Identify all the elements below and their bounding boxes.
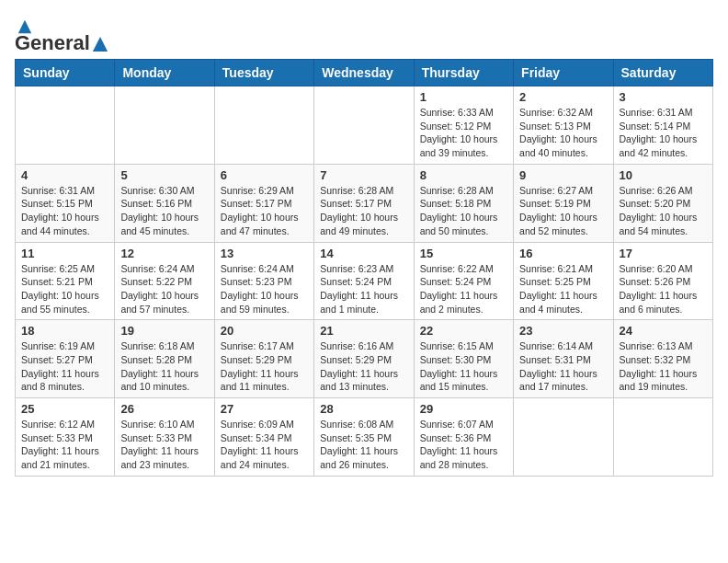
day-number: 21 <box>320 324 407 338</box>
calendar-cell: 17Sunrise: 6:20 AM Sunset: 5:26 PM Dayli… <box>613 242 712 320</box>
calendar-cell: 13Sunrise: 6:24 AM Sunset: 5:23 PM Dayli… <box>214 242 313 320</box>
calendar-cell: 19Sunrise: 6:18 AM Sunset: 5:28 PM Dayli… <box>115 320 214 398</box>
day-number: 11 <box>21 247 108 260</box>
calendar-cell: 9Sunrise: 6:27 AM Sunset: 5:19 PM Daylig… <box>514 164 613 242</box>
day-info: Sunrise: 6:32 AM Sunset: 5:13 PM Dayligh… <box>519 106 607 160</box>
logo-triangle-icon <box>92 36 108 52</box>
day-number: 16 <box>519 247 607 260</box>
calendar-cell: 5Sunrise: 6:30 AM Sunset: 5:16 PM Daylig… <box>115 164 214 242</box>
day-info: Sunrise: 6:25 AM Sunset: 5:21 PM Dayligh… <box>21 262 108 316</box>
day-info: Sunrise: 6:20 AM Sunset: 5:26 PM Dayligh… <box>620 262 707 316</box>
calendar-cell: 22Sunrise: 6:15 AM Sunset: 5:30 PM Dayli… <box>414 320 513 398</box>
calendar-cell: 28Sunrise: 6:08 AM Sunset: 5:35 PM Dayli… <box>314 398 414 477</box>
day-of-week-header: Thursday <box>414 60 513 86</box>
day-number: 5 <box>120 168 208 182</box>
calendar-cell: 18Sunrise: 6:19 AM Sunset: 5:27 PM Dayli… <box>16 320 115 398</box>
day-number: 2 <box>519 90 607 104</box>
day-info: Sunrise: 6:08 AM Sunset: 5:35 PM Dayligh… <box>320 418 407 472</box>
calendar-cell: 12Sunrise: 6:24 AM Sunset: 5:22 PM Dayli… <box>115 242 214 320</box>
calendar-cell: 10Sunrise: 6:26 AM Sunset: 5:20 PM Dayli… <box>613 164 712 242</box>
day-number: 24 <box>620 324 707 338</box>
calendar-cell: 20Sunrise: 6:17 AM Sunset: 5:29 PM Dayli… <box>214 320 313 398</box>
day-info: Sunrise: 6:15 AM Sunset: 5:30 PM Dayligh… <box>420 339 507 394</box>
day-info: Sunrise: 6:19 AM Sunset: 5:27 PM Dayligh… <box>21 339 108 394</box>
calendar-cell: 24Sunrise: 6:13 AM Sunset: 5:32 PM Dayli… <box>613 320 712 398</box>
calendar-cell: 23Sunrise: 6:14 AM Sunset: 5:31 PM Dayli… <box>514 320 613 398</box>
logo-general-line2: General <box>15 31 90 54</box>
day-of-week-header: Saturday <box>613 60 712 86</box>
calendar-cell <box>314 86 414 165</box>
day-number: 10 <box>620 168 707 182</box>
calendar-week-row: 1Sunrise: 6:33 AM Sunset: 5:12 PM Daylig… <box>16 86 713 165</box>
day-info: Sunrise: 6:16 AM Sunset: 5:29 PM Dayligh… <box>320 339 407 394</box>
calendar-cell: 2Sunrise: 6:32 AM Sunset: 5:13 PM Daylig… <box>514 86 613 165</box>
day-number: 7 <box>320 168 407 182</box>
calendar-week-row: 11Sunrise: 6:25 AM Sunset: 5:21 PM Dayli… <box>16 242 713 320</box>
calendar-cell: 6Sunrise: 6:29 AM Sunset: 5:17 PM Daylig… <box>214 164 313 242</box>
day-of-week-header: Monday <box>115 60 214 86</box>
calendar-cell: 3Sunrise: 6:31 AM Sunset: 5:14 PM Daylig… <box>613 86 712 165</box>
day-info: Sunrise: 6:18 AM Sunset: 5:28 PM Dayligh… <box>120 339 208 394</box>
calendar-cell: 11Sunrise: 6:25 AM Sunset: 5:21 PM Dayli… <box>16 242 115 320</box>
day-info: Sunrise: 6:27 AM Sunset: 5:19 PM Dayligh… <box>519 184 607 238</box>
day-info: Sunrise: 6:13 AM Sunset: 5:32 PM Dayligh… <box>620 339 707 394</box>
calendar-cell: 14Sunrise: 6:23 AM Sunset: 5:24 PM Dayli… <box>314 242 414 320</box>
day-info: Sunrise: 6:29 AM Sunset: 5:17 PM Dayligh… <box>221 184 308 238</box>
day-of-week-header: Tuesday <box>214 60 313 86</box>
day-number: 26 <box>120 402 208 416</box>
calendar-cell <box>214 86 313 165</box>
calendar-cell: 8Sunrise: 6:28 AM Sunset: 5:18 PM Daylig… <box>414 164 513 242</box>
day-info: Sunrise: 6:21 AM Sunset: 5:25 PM Dayligh… <box>519 262 607 316</box>
day-info: Sunrise: 6:22 AM Sunset: 5:24 PM Dayligh… <box>420 262 507 316</box>
calendar-week-row: 4Sunrise: 6:31 AM Sunset: 5:15 PM Daylig… <box>16 164 713 242</box>
calendar-cell: 21Sunrise: 6:16 AM Sunset: 5:29 PM Dayli… <box>314 320 414 398</box>
day-info: Sunrise: 6:24 AM Sunset: 5:22 PM Dayligh… <box>120 262 208 316</box>
day-info: Sunrise: 6:31 AM Sunset: 5:15 PM Dayligh… <box>21 184 108 238</box>
day-info: Sunrise: 6:23 AM Sunset: 5:24 PM Dayligh… <box>320 262 407 316</box>
page-header: General <box>15 15 713 52</box>
day-info: Sunrise: 6:31 AM Sunset: 5:14 PM Dayligh… <box>620 106 707 160</box>
calendar-cell: 27Sunrise: 6:09 AM Sunset: 5:34 PM Dayli… <box>214 398 313 477</box>
day-number: 23 <box>519 324 607 338</box>
calendar-table: SundayMondayTuesdayWednesdayThursdayFrid… <box>15 59 713 477</box>
calendar-cell <box>514 398 613 477</box>
calendar-week-row: 18Sunrise: 6:19 AM Sunset: 5:27 PM Dayli… <box>16 320 713 398</box>
calendar-cell: 26Sunrise: 6:10 AM Sunset: 5:33 PM Dayli… <box>115 398 214 477</box>
day-info: Sunrise: 6:30 AM Sunset: 5:16 PM Dayligh… <box>120 184 208 238</box>
day-info: Sunrise: 6:33 AM Sunset: 5:12 PM Dayligh… <box>420 106 507 160</box>
calendar-cell: 16Sunrise: 6:21 AM Sunset: 5:25 PM Dayli… <box>514 242 613 320</box>
calendar-cell: 15Sunrise: 6:22 AM Sunset: 5:24 PM Dayli… <box>414 242 513 320</box>
day-number: 6 <box>221 168 308 182</box>
day-info: Sunrise: 6:28 AM Sunset: 5:17 PM Dayligh… <box>320 184 407 238</box>
calendar-cell: 7Sunrise: 6:28 AM Sunset: 5:17 PM Daylig… <box>314 164 414 242</box>
day-info: Sunrise: 6:07 AM Sunset: 5:36 PM Dayligh… <box>420 418 507 472</box>
day-info: Sunrise: 6:10 AM Sunset: 5:33 PM Dayligh… <box>120 418 208 472</box>
day-number: 27 <box>221 402 308 416</box>
day-number: 20 <box>221 324 308 338</box>
day-info: Sunrise: 6:24 AM Sunset: 5:23 PM Dayligh… <box>221 262 308 316</box>
day-number: 15 <box>420 247 507 260</box>
day-of-week-header: Sunday <box>16 60 115 86</box>
day-info: Sunrise: 6:28 AM Sunset: 5:18 PM Dayligh… <box>420 184 507 238</box>
day-of-week-header: Wednesday <box>314 60 414 86</box>
day-number: 28 <box>320 402 407 416</box>
day-info: Sunrise: 6:14 AM Sunset: 5:31 PM Dayligh… <box>519 339 607 394</box>
day-info: Sunrise: 6:09 AM Sunset: 5:34 PM Dayligh… <box>221 418 308 472</box>
day-info: Sunrise: 6:17 AM Sunset: 5:29 PM Dayligh… <box>221 339 308 394</box>
logo: General <box>15 15 110 52</box>
calendar-week-row: 25Sunrise: 6:12 AM Sunset: 5:33 PM Dayli… <box>16 398 713 477</box>
day-number: 29 <box>420 402 507 416</box>
day-number: 14 <box>320 247 407 260</box>
calendar-cell <box>115 86 214 165</box>
calendar-cell <box>613 398 712 477</box>
day-number: 19 <box>120 324 208 338</box>
calendar-cell <box>16 86 115 165</box>
day-info: Sunrise: 6:12 AM Sunset: 5:33 PM Dayligh… <box>21 418 108 472</box>
day-number: 17 <box>620 247 707 260</box>
calendar-cell: 1Sunrise: 6:33 AM Sunset: 5:12 PM Daylig… <box>414 86 513 165</box>
day-number: 13 <box>221 247 308 260</box>
calendar-cell: 25Sunrise: 6:12 AM Sunset: 5:33 PM Dayli… <box>16 398 115 477</box>
day-number: 22 <box>420 324 507 338</box>
day-number: 8 <box>420 168 507 182</box>
calendar-cell: 29Sunrise: 6:07 AM Sunset: 5:36 PM Dayli… <box>414 398 513 477</box>
